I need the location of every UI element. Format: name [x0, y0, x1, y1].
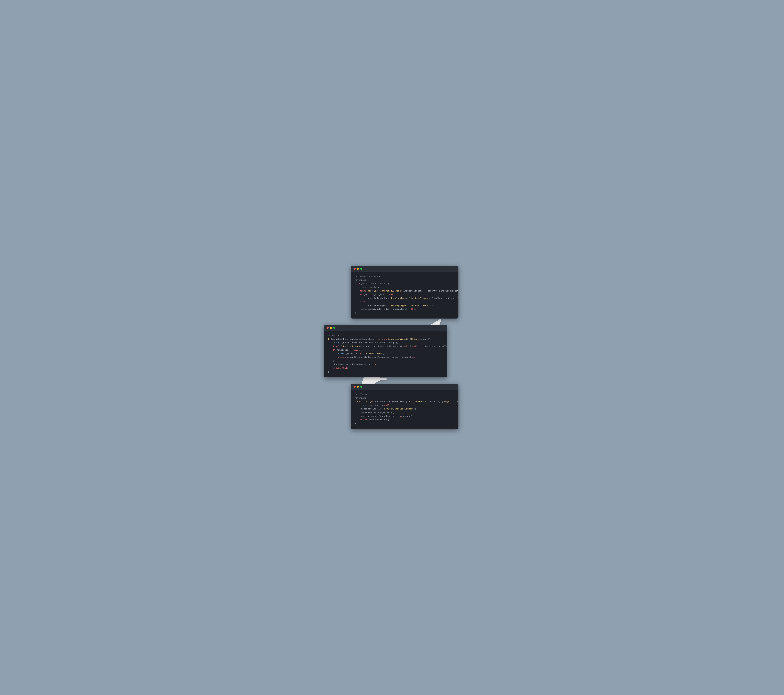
bottom-code-window: /// Element @override InheritedWidget de…	[351, 384, 458, 429]
keyword-is: is	[359, 352, 361, 355]
comma-1: ,	[378, 290, 380, 292]
assert-debug: assert	[333, 342, 341, 344]
null-m3: null	[354, 349, 359, 351]
window-titlebar-middle	[324, 325, 447, 331]
dependencies-assign: _dependencies ??=	[360, 408, 383, 410]
method-update-inheritance: _updateInheritance() {	[360, 283, 389, 285]
assert-debug-call: (_debugCheckStateIsActiveForAncestorLook…	[341, 342, 400, 344]
null-m1: null	[404, 345, 408, 348]
empty-constructor: >();	[429, 304, 434, 307]
type-object: Object	[411, 338, 419, 340]
type-type-2: Type	[401, 297, 406, 299]
close-brace-1: }	[355, 312, 356, 314]
assert-active: assert	[360, 286, 367, 289]
runtime-type-assign: _inheritedWidgets[widget.runtimeType] =	[360, 308, 411, 310]
ancestor-param-b: ancestor, {	[428, 401, 444, 403]
middle-code-body: @override T dependOnInheritedWidgetOfExa…	[324, 331, 447, 378]
null-return: null	[342, 367, 347, 369]
from-call: >.from(incomingWidgets);	[429, 297, 458, 299]
annotation-override-top: @override	[355, 279, 366, 281]
assign-hashmap-2: _inheritedWidgets =	[365, 304, 390, 307]
keyword-void: void	[355, 283, 360, 285]
semicolon-m: ;	[376, 363, 378, 366]
if-close-m: ) {	[359, 349, 362, 351]
assert-ancestor-is: (ancestor	[346, 352, 359, 355]
type-object-b: Object	[445, 401, 452, 403]
type-inherited-element-b: InheritedElement	[407, 401, 428, 403]
map-generics: <	[371, 290, 373, 292]
keyword-extends: extends	[378, 338, 387, 340]
assert-ancestor: assert	[338, 352, 346, 355]
keyword-if-m: if	[333, 349, 336, 351]
window-titlebar-top	[351, 266, 458, 272]
dot-green-b	[360, 386, 362, 388]
type-type: Type	[373, 290, 378, 292]
annotation-override-middle: @override	[328, 334, 339, 337]
aspect-param-b: aspect }) {	[452, 401, 458, 403]
close-brace-m2: }	[328, 370, 329, 373]
keyword-return-m: return	[338, 356, 346, 358]
dot-red	[354, 268, 356, 270]
paren-active: (_active);	[367, 286, 380, 289]
type-inherited-element-check: InheritedElement	[362, 352, 383, 355]
keyword-return-b: return	[360, 419, 367, 421]
hashset-close: >();	[413, 408, 418, 410]
aspect-param: aspect}) {	[419, 338, 433, 340]
page-container: /// InheritedElement @override void _upd…	[321, 266, 463, 429]
keyword-if-1: if	[360, 293, 362, 296]
type-inherited-element-3: InheritedElement	[408, 304, 429, 307]
close-brace-b: }	[355, 422, 356, 425]
dependencies-add: _dependencies.add(ancestor);	[360, 411, 396, 414]
type-inherited-widget-b: InheritedWidget	[355, 401, 374, 403]
ancestor-assign: ancestor = _inheritedWidgets ==	[362, 345, 403, 348]
null-m2: null	[412, 345, 417, 348]
assert-keyword-b: (ancestor !=	[367, 404, 384, 406]
assert-close: );	[383, 352, 385, 355]
assign-hashmap-1: _inheritedWidgets =	[365, 297, 390, 299]
map-generics-close: > incomingWidgets = _parent?._inheritedW…	[401, 290, 458, 292]
keyword-return-null: return	[333, 367, 341, 369]
dot-yellow-m	[330, 327, 332, 329]
type-map: Map	[367, 290, 371, 292]
aspect-arg-b: , aspect);	[401, 415, 413, 417]
comment-inherited-element: /// InheritedElement	[355, 275, 380, 278]
type-hashset: HashSet	[383, 408, 392, 410]
keyword-final-1: final	[360, 290, 366, 292]
top-code-body: /// InheritedElement @override void _upd…	[351, 272, 458, 318]
comma-2: ,	[406, 297, 408, 299]
semicolon-m2: ;	[347, 367, 348, 369]
dot-yellow-b	[357, 386, 359, 388]
hashmap-generics-1: <	[400, 297, 401, 299]
keyword-else: else	[360, 301, 365, 303]
return-widget: ancestor.widget;	[367, 419, 389, 421]
semicolon-1: ;	[416, 308, 417, 310]
keyword-final-m: final	[333, 345, 339, 348]
null-1: null	[389, 293, 394, 296]
cast-T: T;	[415, 356, 418, 358]
keyword-this: this	[411, 308, 416, 310]
type-inherited-element-m: InheritedElement	[341, 345, 361, 348]
bool-true: true	[371, 363, 376, 366]
if-close-1: )	[394, 293, 396, 296]
this-b: this	[396, 415, 401, 417]
type-inherited-element-2: InheritedElement	[408, 297, 429, 299]
assert-b: assert	[360, 404, 367, 406]
comma-3: ,	[406, 304, 408, 307]
bottom-code-body: /// Element @override InheritedWidget de…	[351, 389, 458, 429]
depend-call: dependOnInheritedElement(ancestor, aspec…	[346, 356, 412, 358]
ternary-2: : _inheritedWidgets[T];	[418, 345, 447, 348]
middle-code-window: @override T dependOnInheritedWidgetOfExa…	[324, 325, 447, 378]
dot-red-m	[327, 327, 329, 329]
close-brace-m: }	[333, 360, 334, 362]
type-type-3: Type	[401, 304, 406, 307]
param-object: >({	[407, 338, 411, 340]
depend-method-b: dependOnInheritedElement(	[374, 401, 407, 403]
keyword-as: as	[412, 356, 415, 358]
if-condition-1: (incomingWidgets !=	[362, 293, 389, 296]
top-code-window: /// InheritedElement @override void _upd…	[351, 266, 458, 318]
had-unsatisfied: _hadUnsatisfiedDependencies =	[333, 363, 371, 366]
if-ancestor: (ancestor !=	[336, 349, 353, 351]
window-titlebar-bottom	[351, 384, 458, 389]
dot-red-b	[354, 386, 356, 388]
hashmap-generics-2: <	[400, 304, 401, 307]
